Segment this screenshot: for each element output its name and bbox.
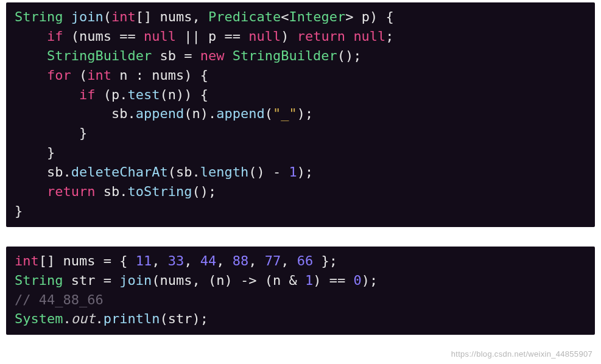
tok-type: String xyxy=(15,9,63,24)
tok-function: append xyxy=(216,106,264,121)
tok-number: 88 xyxy=(233,253,249,268)
tok-brace: }; xyxy=(313,253,337,268)
watermark-text: https://blog.csdn.net/weixin_44855907 xyxy=(451,349,592,360)
tok-semi: (); xyxy=(192,184,216,199)
tok-comma: , xyxy=(216,253,233,268)
tok-angle: > xyxy=(345,9,362,24)
tok-identifier: sb xyxy=(176,164,192,180)
tok-semi: ); xyxy=(192,311,208,326)
tok-op: == xyxy=(111,29,144,44)
tok-semi: ); xyxy=(297,164,314,180)
tok-comma: , xyxy=(281,253,297,268)
code-block-2: int[] nums = { 11, 33, 44, 88, 77, 66 };… xyxy=(6,247,595,335)
tok-null: null xyxy=(248,29,281,44)
tok-identifier: p xyxy=(362,9,370,24)
tok-paren: ( xyxy=(184,106,192,121)
tok-null: null xyxy=(353,29,385,44)
tok-brackets: [] xyxy=(39,253,63,268)
tok-identifier: str xyxy=(168,311,192,326)
tok-type: Predicate xyxy=(208,9,281,24)
tok-op: || xyxy=(176,29,208,44)
tok-dot: . xyxy=(63,164,71,180)
tok-type: Integer xyxy=(289,9,345,24)
tok-angle: < xyxy=(281,9,289,24)
tok-identifier: nums xyxy=(152,68,184,83)
tok-field: out xyxy=(71,311,96,326)
tok-function: join xyxy=(119,273,152,288)
tok-comma: , ( xyxy=(192,273,216,288)
tok-paren: ( xyxy=(160,87,167,102)
tok-op: == xyxy=(216,29,248,44)
tok-space xyxy=(345,29,353,44)
tok-brace: } xyxy=(15,203,23,219)
tok-indent xyxy=(15,106,111,121)
tok-paren: ( xyxy=(265,106,273,121)
tok-indent xyxy=(15,145,47,160)
tok-function: append xyxy=(136,106,184,121)
tok-type: String xyxy=(15,273,63,288)
tok-keyword: if xyxy=(79,87,96,102)
tok-type: StringBuilder xyxy=(233,48,337,63)
tok-op: & xyxy=(281,273,305,288)
tok-type: System xyxy=(15,311,63,326)
tok-paren: ( xyxy=(71,68,88,83)
tok-op: () - xyxy=(248,164,289,180)
tok-brace: } xyxy=(47,145,55,160)
tok-dot: ). xyxy=(200,106,217,121)
tok-identifier: sb xyxy=(160,48,176,63)
tok-brace: } xyxy=(79,125,87,141)
tok-comma: , xyxy=(192,9,208,24)
tok-number: 66 xyxy=(297,253,314,268)
tok-semi: ; xyxy=(385,29,393,44)
tok-dot: . xyxy=(119,184,127,199)
tok-function: deleteCharAt xyxy=(71,164,168,180)
tok-number: 0 xyxy=(353,273,361,288)
tok-string: "_" xyxy=(273,106,297,121)
tok-op: = { xyxy=(95,253,135,268)
tok-keyword: int xyxy=(111,9,136,24)
tok-indent xyxy=(15,87,79,102)
tok-type: StringBuilder xyxy=(47,48,152,63)
tok-indent xyxy=(15,68,47,83)
tok-op: ) == xyxy=(313,273,353,288)
tok-keyword: int xyxy=(87,68,111,83)
tok-comment: // 44_88_66 xyxy=(15,292,104,307)
tok-number: 1 xyxy=(305,273,313,288)
tok-comma: , xyxy=(152,253,168,268)
tok-colon: : xyxy=(127,68,152,83)
tok-indent xyxy=(15,184,47,199)
tok-indent xyxy=(15,29,47,44)
tok-paren: ( xyxy=(104,9,111,24)
tok-number: 44 xyxy=(200,253,217,268)
tok-indent xyxy=(15,164,47,180)
tok-identifier: n xyxy=(119,68,127,83)
tok-semi: ); xyxy=(362,273,378,288)
tok-op: = xyxy=(176,48,200,63)
tok-paren: ) xyxy=(281,29,297,44)
tok-identifier: nums xyxy=(63,253,96,268)
tok-function: test xyxy=(127,87,160,102)
tok-arrow: ) -> ( xyxy=(224,273,272,288)
tok-space xyxy=(63,273,71,288)
tok-dot: . xyxy=(119,87,127,102)
tok-keyword: if xyxy=(47,29,63,44)
tok-brackets: [] xyxy=(136,9,160,24)
tok-space xyxy=(63,9,71,24)
tok-number: 1 xyxy=(289,164,297,180)
tok-function: toString xyxy=(127,184,192,199)
tok-keyword: return xyxy=(47,184,95,199)
tok-null: null xyxy=(144,29,176,44)
tok-brace: ) { xyxy=(370,9,394,24)
tok-keyword: int xyxy=(15,253,39,268)
tok-comma: , xyxy=(248,253,265,268)
tok-indent xyxy=(15,125,79,141)
tok-space xyxy=(152,48,160,63)
tok-identifier: n xyxy=(192,106,200,121)
tok-identifier: p xyxy=(111,87,119,102)
tok-identifier: n xyxy=(216,273,224,288)
tok-paren: ( xyxy=(63,29,79,44)
tok-paren: ( xyxy=(160,311,167,326)
tok-function: length xyxy=(200,164,248,180)
tok-number: 33 xyxy=(168,253,185,268)
tok-number: 11 xyxy=(136,253,152,268)
